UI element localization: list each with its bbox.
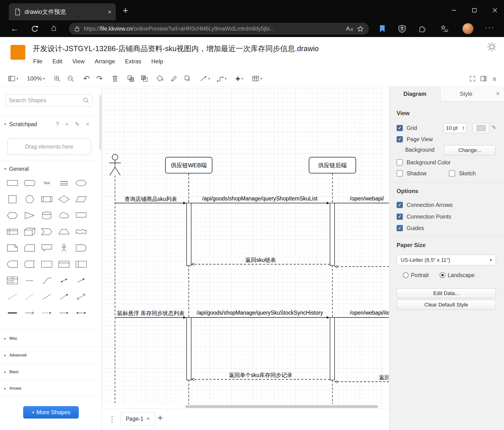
connection-arrows-checkbox[interactable]: ✓ <box>397 202 403 208</box>
activation-backend-1[interactable] <box>330 203 334 266</box>
general-section-header[interactable]: ▾ General <box>0 163 102 174</box>
shape-callout[interactable] <box>41 244 52 253</box>
menu-extras[interactable]: Extras <box>125 58 141 65</box>
view-panels-button[interactable]: ▾ <box>8 75 18 82</box>
shape-arrow-thin[interactable] <box>24 309 35 318</box>
shape-rectangle[interactable] <box>7 179 18 188</box>
refresh-icon[interactable] <box>31 25 39 33</box>
return-label-3[interactable]: 返回 <box>379 374 389 381</box>
shape-internal-storage[interactable] <box>7 228 18 236</box>
portrait-radio[interactable] <box>403 272 409 278</box>
paper-size-select[interactable]: US-Letter (8,5" x 11") ▾ <box>397 255 496 265</box>
shape-rounded-rectangle[interactable] <box>24 179 35 188</box>
shape-data-storage[interactable] <box>24 260 35 269</box>
shape-arrow-dashed[interactable] <box>41 309 52 318</box>
scratchpad-edit-icon[interactable]: ✎ <box>75 121 80 128</box>
shape-dashed-line[interactable] <box>7 293 18 301</box>
shape-trapezoid[interactable] <box>58 228 69 236</box>
shape-diamond[interactable] <box>58 196 69 204</box>
shape-curve[interactable] <box>41 277 52 285</box>
fill-color-button[interactable] <box>157 75 164 82</box>
stepper-down-icon[interactable]: ▾ <box>463 128 464 130</box>
shape-and[interactable] <box>7 260 18 269</box>
grid-size-input[interactable]: 10 pt ▴▾ <box>444 123 466 133</box>
sidebar-section-advanced[interactable]: ▸Advanced <box>0 347 102 363</box>
new-tab-button[interactable]: + <box>123 5 128 16</box>
shape-actor[interactable] <box>58 244 69 253</box>
shadow-checkbox[interactable] <box>397 170 403 177</box>
to-front-button[interactable] <box>127 75 134 82</box>
window-close-icon[interactable] <box>492 7 498 13</box>
shape-container[interactable] <box>41 260 52 269</box>
message-label-3[interactable]: /open/webapi/ <box>350 196 384 202</box>
shape-triangle[interactable] <box>24 212 35 220</box>
shape-step[interactable] <box>41 228 52 236</box>
return-label-1[interactable]: 返回sku链表 <box>245 256 276 264</box>
scratchpad-header[interactable]: ▾ Scratchpad ? + ✎ × <box>0 119 102 130</box>
shape-list-item[interactable]: List Item <box>24 277 35 285</box>
fullscreen-button[interactable] <box>469 75 476 82</box>
shape-link[interactable] <box>7 309 18 318</box>
search-shapes-box[interactable] <box>5 94 93 106</box>
participant-backend[interactable]: 供应链后端 <box>309 157 356 173</box>
stepper-arrows-icon[interactable]: ▴▾ <box>463 126 464 130</box>
shape-tape[interactable] <box>76 228 87 236</box>
shape-cloud[interactable] <box>58 212 69 220</box>
zoom-out-button[interactable] <box>67 75 74 82</box>
waypoints-button[interactable]: ▾ <box>216 75 227 82</box>
page-tab[interactable]: Page-1 <box>121 412 155 425</box>
menu-file[interactable]: File <box>33 58 43 65</box>
shape-container-title[interactable] <box>58 260 69 269</box>
guides-checkbox[interactable]: ✓ <box>397 225 403 231</box>
sidebar-section-basic[interactable]: ▸Basic <box>0 363 102 380</box>
shape-arrow-filled[interactable] <box>58 309 69 318</box>
theme-toggle-sun-icon[interactable] <box>487 42 497 53</box>
scratchpad-close-icon[interactable]: × <box>86 121 89 128</box>
sidebar-section-arrows[interactable]: ▸Arrows <box>0 380 102 397</box>
undo-button[interactable]: ↶ <box>83 74 90 83</box>
edit-data-button[interactable]: Edit Data... <box>397 288 496 298</box>
activation-web-1[interactable] <box>187 203 191 266</box>
tab-style[interactable]: Style <box>441 86 492 101</box>
shape-hexagon[interactable] <box>7 212 18 220</box>
menu-view[interactable]: View <box>72 58 85 65</box>
shape-container-vertical[interactable] <box>76 260 87 269</box>
message-label-2[interactable]: /api/goods/shopManage/queryShopItemSkuLi… <box>202 196 317 202</box>
read-aloud-icon[interactable]: A <box>346 25 353 32</box>
search-input[interactable] <box>9 97 83 104</box>
add-page-button[interactable]: + <box>158 413 163 423</box>
activation-web-2[interactable] <box>187 318 191 380</box>
page-view-checkbox[interactable]: ✓ <box>397 136 403 142</box>
sketch-checkbox[interactable] <box>449 170 455 177</box>
scratchpad-add-icon[interactable]: + <box>65 121 69 128</box>
address-bar[interactable]: https://file.kkview.cn/onlinePreview?url… <box>69 23 369 35</box>
shape-process[interactable] <box>41 196 52 204</box>
scratchpad-drop-area[interactable]: Drag elements here <box>7 138 91 155</box>
back-icon[interactable]: ← <box>10 24 18 34</box>
shape-directional-connector[interactable] <box>58 293 69 301</box>
message-label-1[interactable]: 查询店铺商品sku列表 <box>125 196 177 203</box>
shape-arrow[interactable] <box>76 277 87 285</box>
favorite-star-icon[interactable] <box>357 25 364 32</box>
participant-web[interactable]: 供应链WEB端 <box>165 157 212 173</box>
message-label-6[interactable]: /open/webapi/item <box>350 310 389 316</box>
shape-arrow-double[interactable] <box>76 309 87 318</box>
diagram-canvas[interactable]: 供应链WEB端 供应链后端 查询店铺商品sku列表 /api/goods/sho… <box>102 86 389 409</box>
browser-tab[interactable]: drawio文件预览 × <box>9 3 116 20</box>
menu-edit[interactable]: Edit <box>53 58 62 65</box>
connection-points-checkbox[interactable]: ✓ <box>397 214 403 220</box>
return-label-2[interactable]: 返回单个sku库存同步记录 <box>229 372 292 379</box>
minimize-icon[interactable] <box>451 7 457 13</box>
shape-card[interactable] <box>24 244 35 253</box>
zoom-in-button[interactable] <box>54 75 61 82</box>
home-icon[interactable]: ⌂ <box>51 23 57 33</box>
tab-diagram[interactable]: Diagram <box>389 86 441 101</box>
redo-button[interactable]: ↷ <box>96 74 103 83</box>
connection-style-button[interactable]: ▾ <box>200 75 210 82</box>
shape-circle[interactable] <box>26 195 34 204</box>
shape-cube[interactable] <box>24 228 35 236</box>
clear-default-style-button[interactable]: Clear Default Style <box>397 300 496 310</box>
background-color-checkbox[interactable] <box>397 159 403 166</box>
horizontal-scrollbar[interactable] <box>185 405 378 408</box>
activation-backend-2[interactable] <box>330 318 334 380</box>
